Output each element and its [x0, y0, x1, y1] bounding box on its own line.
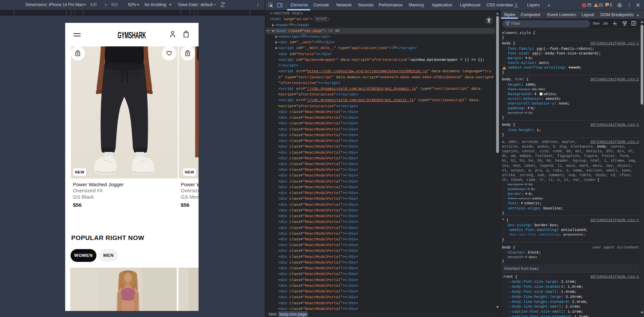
svg-text:GYMSHARK: GYMSHARK	[108, 71, 141, 77]
